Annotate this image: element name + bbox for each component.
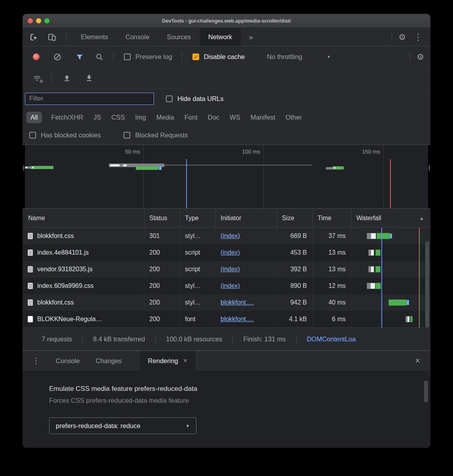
divider: [232, 335, 233, 343]
has-blocked-cookies-checkbox[interactable]: [29, 132, 36, 139]
domcontentloaded-time: DOMContentLoa: [307, 335, 356, 343]
filter-chip-js[interactable]: JS: [93, 114, 101, 121]
clear-network-log-icon[interactable]: [53, 53, 62, 61]
network-conditions-toolbar: ⚙: [23, 68, 430, 88]
initiator-link[interactable]: (index): [221, 266, 240, 273]
titlebar[interactable]: DevTools - gui-challenges.web.app/media-…: [23, 14, 430, 28]
table-row[interactable]: index.609a9969.css 200 styl… (index) 890…: [23, 278, 430, 294]
close-window-button[interactable]: [28, 18, 33, 23]
overview-right-handle[interactable]: [428, 145, 430, 208]
column-header-type[interactable]: Type: [180, 209, 216, 227]
overview-canvas: 50 ms100 ms150 ms: [23, 145, 430, 208]
blocked-requests-checkbox[interactable]: [124, 132, 130, 139]
overview-left-handle[interactable]: [23, 145, 25, 208]
table-row[interactable]: index.4e884101.js 200 script (index) 453…: [23, 244, 430, 261]
record-network-log-button[interactable]: [33, 53, 40, 60]
drawer-tab-rendering[interactable]: Rendering ×: [140, 351, 195, 371]
initiator-link[interactable]: (index): [221, 232, 240, 240]
column-header-time[interactable]: Time: [313, 209, 352, 227]
filter-chip-font[interactable]: Font: [185, 114, 198, 121]
filter-chip-all[interactable]: All: [26, 112, 42, 123]
dropdown-caret-icon: ▼: [186, 424, 190, 428]
column-header-name[interactable]: Name: [23, 209, 145, 227]
column-header-waterfall[interactable]: Waterfall ▲: [352, 209, 430, 227]
drawer-more-tools-icon[interactable]: ⋮: [23, 357, 48, 365]
zoom-window-button[interactable]: [44, 18, 49, 23]
has-blocked-cookies-label: Has blocked cookies: [41, 131, 101, 139]
import-har-icon[interactable]: [63, 74, 71, 82]
waterfall-dcl-line: [381, 228, 382, 327]
disable-cache-checkbox[interactable]: ✓: [192, 53, 199, 60]
filter-chip-fetch-xhr[interactable]: Fetch/XHR: [51, 114, 83, 121]
table-body: blokkfont.css 301 styl… (index) 669 B 37…: [23, 228, 430, 327]
overview[interactable]: 50 ms100 ms150 ms: [23, 145, 430, 209]
close-drawer-icon[interactable]: ×: [415, 356, 420, 365]
throttling-select[interactable]: No throttling ▼: [267, 53, 331, 61]
request-name: vendor.93182035.js: [37, 266, 93, 273]
table-row[interactable]: BLOKKNeue-Regula… 200 font blokkfont.… 4…: [23, 311, 430, 327]
column-label: Waterfall: [356, 215, 381, 222]
search-icon[interactable]: [95, 53, 104, 61]
tab-elements[interactable]: Elements: [72, 28, 117, 46]
initiator-link[interactable]: blokkfont.…: [221, 316, 254, 323]
hide-data-urls-checkbox[interactable]: [166, 95, 173, 102]
column-header-initiator[interactable]: Initiator: [216, 209, 277, 227]
window-title: DevTools - gui-challenges.web.app/media-…: [23, 18, 430, 24]
minimize-window-button[interactable]: [36, 18, 41, 23]
device-toolbar-icon[interactable]: [47, 32, 57, 42]
customize-menu-icon[interactable]: ⋮: [412, 33, 430, 42]
conditions-gear-icon: ⚙: [39, 79, 43, 84]
column-header-size[interactable]: Size: [277, 209, 313, 227]
filter-chip-media[interactable]: Media: [156, 114, 174, 121]
inspect-element-icon[interactable]: [29, 32, 38, 42]
preserve-log-checkbox[interactable]: [124, 53, 131, 60]
filter-funnel-icon[interactable]: [75, 53, 84, 61]
network-filter-input[interactable]: [25, 93, 154, 105]
drawer-tab-changes[interactable]: Changes: [88, 351, 130, 371]
hide-data-urls-label: Hide data URLs: [177, 95, 223, 103]
drawer-tab-console[interactable]: Console: [48, 351, 88, 371]
sort-ascending-icon: ▲: [419, 215, 424, 221]
filter-chip-manifest[interactable]: Manifest: [251, 114, 275, 121]
filter-chip-other[interactable]: Other: [286, 114, 302, 121]
filter-row: Hide data URLs: [23, 88, 430, 109]
request-time: 37 ms: [313, 228, 352, 244]
transferred-size: 8.4 kB transferred: [93, 335, 145, 343]
export-har-icon[interactable]: [85, 74, 93, 82]
initiator-link[interactable]: (index): [221, 282, 240, 289]
more-tabs-icon[interactable]: »: [241, 33, 261, 42]
tab-console[interactable]: Console: [117, 28, 158, 46]
tab-network[interactable]: Network: [200, 28, 241, 46]
initiator-link[interactable]: blokkfont.…: [221, 299, 254, 306]
tab-label: Console: [56, 357, 80, 365]
column-header-status[interactable]: Status: [145, 209, 180, 227]
tab-label: Console: [126, 33, 150, 41]
rendering-panel: Emulate CSS media feature prefers-reduce…: [23, 371, 430, 448]
divider: [182, 52, 182, 62]
close-tab-icon[interactable]: ×: [183, 357, 187, 365]
network-conditions-icon[interactable]: ⚙: [33, 74, 42, 82]
filter-chip-ws[interactable]: WS: [230, 114, 240, 121]
table-scrollbar[interactable]: [425, 241, 429, 327]
table-row[interactable]: blokkfont.css 200 styl… blokkfont.… 942 …: [23, 294, 430, 311]
network-settings-gear-icon[interactable]: ⚙: [410, 53, 430, 61]
main-toolbar: Elements Console Sources Network » ⚙ ⋮: [23, 28, 430, 46]
request-status: 200: [145, 311, 180, 327]
tab-sources[interactable]: Sources: [158, 28, 200, 46]
preserve-log-label: Preserve log: [135, 53, 172, 61]
initiator-link[interactable]: (index): [221, 249, 240, 256]
drawer-scrollbar[interactable]: [424, 381, 428, 402]
filter-chip-doc[interactable]: Doc: [208, 114, 219, 121]
table-row[interactable]: vendor.93182035.js 200 script (index) 39…: [23, 261, 430, 278]
table-row[interactable]: blokkfont.css 301 styl… (index) 669 B 37…: [23, 228, 430, 244]
filter-chip-css[interactable]: CSS: [111, 114, 125, 121]
prefers-reduced-data-select[interactable]: prefers-reduced-data: reduce ▼: [49, 417, 196, 434]
request-name: BLOKKNeue-Regula…: [37, 316, 102, 323]
request-type: styl…: [180, 278, 216, 294]
rendering-option-subtitle: Forces CSS prefers-reduced-data media fe…: [49, 397, 430, 404]
blocked-requests-label: Blocked Requests: [135, 131, 188, 139]
request-size: 4.1 kB: [277, 311, 313, 327]
filter-chip-img[interactable]: Img: [135, 114, 146, 121]
request-size: 890 B: [277, 278, 313, 294]
settings-gear-icon[interactable]: ⚙: [392, 33, 412, 41]
